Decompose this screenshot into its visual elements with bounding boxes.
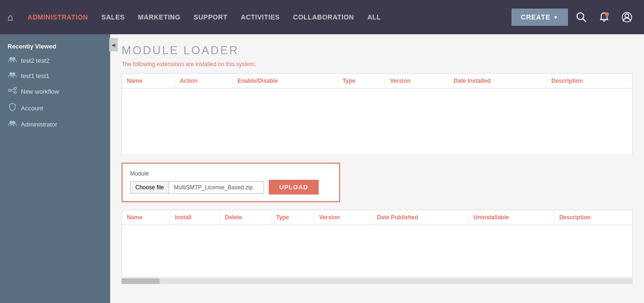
svg-point-12 — [9, 121, 12, 124]
sidebar-item-admin-label: Administrator — [21, 121, 57, 128]
user-group-icon — [8, 56, 17, 65]
search-icon — [576, 12, 587, 22]
sidebar-item-workflow[interactable]: New workflow — [0, 83, 110, 99]
col2-description: Description — [554, 210, 632, 225]
table1-header-row: Name Action Enable/Disable Type Version … — [122, 74, 633, 88]
nav-item-collaboration[interactable]: COLLABORATION — [286, 13, 360, 21]
col2-uninstallable: Uninstallable — [468, 210, 554, 225]
svg-point-11 — [14, 91, 17, 94]
sidebar: ◀ Recently Viewed test2 test2 test1 test… — [0, 34, 110, 303]
sidebar-item-test1-label: test1 test1 — [21, 72, 49, 79]
user-button[interactable] — [617, 8, 636, 27]
nav-item-all[interactable]: ALL — [360, 13, 388, 21]
sidebar-collapse-button[interactable]: ◀ — [109, 38, 118, 51]
table2-empty-cell — [122, 225, 633, 277]
svg-point-5 — [9, 57, 12, 60]
upload-section: Module Choose file MultiSMTP_License_Bas… — [122, 163, 340, 202]
sidebar-item-test2[interactable]: test2 test2 — [0, 53, 110, 68]
file-input-wrapper: Choose file MultiSMTP_License_Based.zip — [130, 181, 264, 194]
svg-point-9 — [9, 89, 11, 92]
installed-extensions-table: Name Action Enable/Disable Type Version … — [122, 73, 633, 155]
main-layout: ◀ Recently Viewed test2 test2 test1 test… — [0, 34, 644, 303]
sidebar-item-account-label: Account — [21, 105, 43, 112]
create-chevron-icon: ▼ — [553, 15, 559, 20]
nav-item-sales[interactable]: SALES — [95, 13, 131, 21]
svg-line-1 — [583, 19, 586, 21]
workflow-icon — [8, 87, 17, 96]
svg-point-7 — [9, 72, 12, 75]
svg-point-8 — [12, 72, 15, 75]
sidebar-item-account[interactable]: Account — [0, 99, 110, 117]
user-group-icon-2 — [8, 71, 17, 80]
col-description: Description — [547, 74, 633, 88]
col-enable-disable: Enable/Disable — [232, 74, 337, 88]
create-label: CREATE — [521, 13, 551, 21]
top-navigation: ⌂ ADMINISTRATION SALES MARKETING SUPPORT… — [0, 0, 644, 34]
table1-empty-row — [122, 88, 633, 155]
table2-empty-row — [122, 225, 633, 277]
upload-label: Module — [130, 170, 331, 177]
upload-button[interactable]: UPLOAD — [269, 180, 319, 195]
svg-point-6 — [12, 57, 15, 60]
col-type: Type — [338, 74, 385, 88]
recently-viewed-title: Recently Viewed — [0, 38, 110, 53]
col2-name: Name — [122, 210, 170, 225]
col2-version: Version — [314, 210, 372, 225]
bell-icon — [599, 12, 609, 22]
nav-item-activities[interactable]: ACTIVITIES — [234, 13, 286, 21]
svg-point-13 — [12, 121, 15, 124]
svg-point-2 — [605, 12, 609, 16]
sidebar-item-administrator[interactable]: Administrator — [0, 117, 110, 132]
shield-icon — [8, 103, 17, 113]
sidebar-item-test2-label: test2 test2 — [21, 57, 49, 64]
nav-item-marketing[interactable]: MARKETING — [132, 13, 187, 21]
user-icon — [622, 12, 632, 22]
create-button[interactable]: CREATE ▼ — [511, 9, 568, 26]
nav-right: CREATE ▼ — [511, 8, 636, 27]
col-date-installed: Date Installed — [449, 74, 547, 88]
page-title: MODULE LOADER — [122, 44, 633, 57]
choose-file-button[interactable]: Choose file — [130, 181, 169, 194]
sidebar-item-workflow-label: New workflow — [21, 88, 59, 95]
home-icon[interactable]: ⌂ — [8, 12, 13, 23]
col-name: Name — [122, 74, 175, 88]
search-button[interactable] — [572, 8, 591, 27]
nav-item-administration[interactable]: ADMINISTRATION — [21, 13, 95, 21]
col-action: Action — [175, 74, 232, 88]
file-name-display: MultiSMTP_License_Based.zip — [169, 181, 264, 194]
main-content: MODULE LOADER The following extensions a… — [110, 34, 644, 303]
uploadable-modules-table: Name Install Delete Type Version Date Pu… — [122, 210, 633, 277]
col2-type: Type — [271, 210, 314, 225]
svg-point-3 — [625, 14, 629, 18]
nav-item-support[interactable]: SUPPORT — [187, 13, 234, 21]
col2-date-published: Date Published — [372, 210, 468, 225]
scrollbar-thumb[interactable] — [122, 278, 160, 284]
upload-row: Choose file MultiSMTP_License_Based.zip … — [130, 180, 331, 195]
nav-items: ADMINISTRATION SALES MARKETING SUPPORT A… — [21, 13, 511, 21]
sidebar-item-test1[interactable]: test1 test1 — [0, 68, 110, 83]
horizontal-scrollbar[interactable] — [122, 278, 633, 284]
svg-point-10 — [14, 88, 17, 90]
col2-install: Install — [170, 210, 220, 225]
col2-delete: Delete — [220, 210, 271, 225]
admin-icon — [8, 120, 17, 128]
notifications-button[interactable] — [595, 8, 614, 27]
table2-header-row: Name Install Delete Type Version Date Pu… — [122, 210, 633, 225]
page-subtitle: The following extensions are installed o… — [122, 61, 633, 68]
col-version: Version — [385, 74, 449, 88]
table1-empty-cell — [122, 88, 633, 155]
